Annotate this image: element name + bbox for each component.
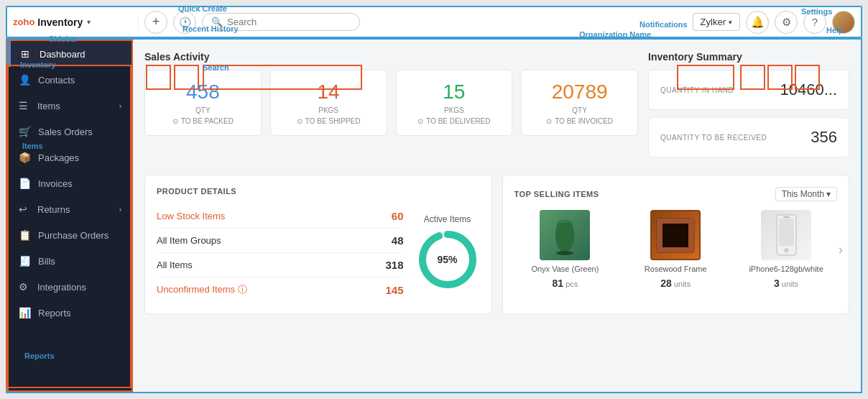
items-icon: ☰ bbox=[19, 100, 30, 111]
sales-activity-section: Sales Activity 458 Qty ⊙ TO BE PACKED 14… bbox=[144, 51, 638, 165]
org-name-button[interactable]: Zylker ▾ bbox=[693, 13, 740, 31]
product-units-label-2: units bbox=[674, 280, 691, 288]
item-groups-value: 48 bbox=[392, 234, 404, 247]
invoiced-unit: Qty bbox=[572, 106, 587, 114]
product-units-3: 3 bbox=[774, 278, 780, 289]
product-name-2: Rosewood Frame bbox=[645, 265, 707, 273]
search-input[interactable] bbox=[227, 17, 342, 27]
product-details-content: Low Stock Items 60 All Item Groups 48 Al… bbox=[157, 204, 480, 302]
sidebar-item-dashboard[interactable]: ⊞ Dashboard bbox=[9, 41, 131, 67]
product-units-label-1: pcs bbox=[565, 280, 578, 288]
returns-arrow-icon: › bbox=[119, 206, 121, 214]
low-stock-value: 60 bbox=[392, 210, 404, 222]
phone-svg bbox=[774, 214, 799, 257]
next-arrow-button[interactable]: › bbox=[839, 242, 843, 257]
all-items-label: All Items bbox=[157, 260, 385, 270]
shipped-value: 14 bbox=[318, 81, 340, 104]
search-container: 🔍 bbox=[202, 13, 360, 31]
all-items-value: 318 bbox=[385, 259, 403, 271]
integrations-icon: ⚙ bbox=[19, 281, 30, 293]
returns-icon: ↩ bbox=[19, 203, 30, 215]
active-items-donut: Active Items 95% bbox=[415, 214, 480, 292]
sidebar-item-contacts[interactable]: 👤 Contacts bbox=[9, 67, 131, 93]
avatar-image bbox=[833, 11, 854, 34]
top-bar: zoho Inventory ▾ + 🕐 🔍 Zylker ▾ 🔔 ⚙ ? bbox=[6, 6, 862, 38]
sidebar-item-items[interactable]: ☰ Items › bbox=[9, 93, 131, 119]
stat-card-delivered: 15 Pkgs ⊙ TO BE DELIVERED bbox=[396, 70, 513, 136]
recent-history-button[interactable]: 🕐 bbox=[173, 11, 196, 34]
quick-create-button[interactable]: + bbox=[144, 11, 167, 34]
vase-svg bbox=[550, 216, 579, 255]
unconfirmed-label[interactable]: Unconfirmed Items ⓘ bbox=[157, 283, 385, 296]
inventory-summary-section: Inventory Summary QUANTITY IN HAND 10460… bbox=[648, 51, 849, 165]
sidebar-item-packages[interactable]: 📦 Packages bbox=[9, 145, 131, 170]
sidebar-item-label: Invoices bbox=[38, 178, 73, 189]
sidebar: ⊞ Dashboard 👤 Contacts ☰ Items › 🛒 Sales… bbox=[7, 40, 133, 392]
svg-rect-5 bbox=[662, 223, 688, 248]
period-caret-icon: ▾ bbox=[826, 189, 831, 199]
sidebar-item-label: Purchase Orders bbox=[38, 230, 108, 241]
zoho-logo: zoho bbox=[13, 17, 34, 27]
product-rows: Low Stock Items 60 All Item Groups 48 Al… bbox=[157, 204, 404, 302]
row-1: Sales Activity 458 Qty ⊙ TO BE PACKED 14… bbox=[144, 51, 849, 165]
stat-card-invoiced: 20789 Qty ⊙ TO BE INVOICED bbox=[521, 70, 638, 136]
top-selling-section: TOP SELLING ITEMS This Month ▾ bbox=[502, 175, 850, 314]
sidebar-item-integrations[interactable]: ⚙ Integrations bbox=[9, 274, 131, 300]
logo-area[interactable]: zoho Inventory ▾ bbox=[13, 17, 139, 28]
settings-button[interactable]: ⚙ bbox=[775, 11, 798, 34]
sales-activity-title: Sales Activity bbox=[144, 51, 638, 63]
inventory-logo: Inventory bbox=[37, 17, 83, 28]
donut-chart: 95% bbox=[415, 227, 480, 292]
items-arrow-icon: › bbox=[119, 102, 121, 110]
product-units-label-3: units bbox=[782, 280, 798, 288]
sidebar-item-sales-orders[interactable]: 🛒 Sales Orders bbox=[9, 119, 131, 145]
delivered-value: 15 bbox=[443, 81, 465, 104]
invoices-icon: 📄 bbox=[19, 178, 31, 189]
avatar[interactable] bbox=[832, 11, 855, 34]
period-selector[interactable]: This Month ▾ bbox=[775, 187, 837, 201]
sidebar-item-purchase-orders[interactable]: 📋 Purchase Orders bbox=[9, 222, 131, 248]
product-thumb-vase bbox=[540, 210, 590, 260]
product-row-item-groups: All Item Groups 48 bbox=[157, 229, 404, 253]
packed-unit: Qty bbox=[195, 106, 211, 114]
svg-point-12 bbox=[784, 248, 788, 252]
help-button[interactable]: ? bbox=[803, 11, 826, 34]
sidebar-item-label: Contacts bbox=[38, 75, 75, 86]
top-bar-right: Zylker ▾ 🔔 ⚙ ? bbox=[693, 11, 855, 34]
top-selling-item-3: iPhone6-128gb/white 3 units bbox=[735, 210, 837, 289]
sales-orders-icon: 🛒 bbox=[19, 126, 31, 137]
qty-to-receive-value: 356 bbox=[811, 128, 837, 147]
product-units-row-3: 3 units bbox=[774, 278, 798, 289]
stat-card-packed: 458 Qty ⊙ TO BE PACKED bbox=[144, 70, 262, 136]
stat-card-shipped: 14 Pkgs ⊙ TO BE SHIPPED bbox=[270, 70, 387, 136]
product-row-all-items: All Items 318 bbox=[157, 253, 404, 278]
sidebar-item-returns[interactable]: ↩ Returns › bbox=[9, 196, 131, 222]
qty-in-hand-card: QUANTITY IN HAND 10460... bbox=[648, 70, 849, 110]
sidebar-item-label: Reports bbox=[38, 308, 71, 318]
low-stock-label[interactable]: Low Stock Items bbox=[157, 211, 392, 221]
inventory-summary-title: Inventory Summary bbox=[648, 51, 849, 63]
donut-percent: 95% bbox=[437, 254, 457, 265]
item-groups-label: All Item Groups bbox=[157, 235, 392, 246]
top-selling-title: TOP SELLING ITEMS bbox=[514, 190, 599, 198]
sidebar-item-invoices[interactable]: 📄 Invoices bbox=[9, 170, 131, 196]
sidebar-item-bills[interactable]: 🧾 Bills bbox=[9, 248, 131, 274]
svg-rect-9 bbox=[688, 219, 694, 252]
product-units-2: 28 bbox=[660, 278, 672, 289]
frame-svg bbox=[654, 216, 697, 255]
svg-point-3 bbox=[556, 251, 573, 255]
top-selling-item-2: Rosewood Frame 28 units bbox=[624, 210, 726, 289]
sales-activity-cards: 458 Qty ⊙ TO BE PACKED 14 Pkgs ⊙ TO BE S… bbox=[144, 70, 638, 136]
product-units-row-1: 81 pcs bbox=[553, 278, 578, 289]
svg-rect-13 bbox=[783, 216, 790, 218]
sidebar-item-label: Integrations bbox=[37, 282, 86, 293]
unconfirmed-value: 145 bbox=[385, 284, 403, 296]
sidebar-item-label: Dashboard bbox=[40, 49, 86, 60]
shipped-sub: ⊙ TO BE SHIPPED bbox=[297, 117, 361, 125]
dashboard-icon: ⊞ bbox=[21, 48, 32, 60]
qty-to-receive-label: QUANTITY TO BE RECEIVED bbox=[660, 134, 767, 142]
notifications-button[interactable]: 🔔 bbox=[746, 11, 769, 34]
sidebar-item-reports[interactable]: 📊 Reports bbox=[9, 300, 131, 326]
packed-value: 458 bbox=[186, 81, 220, 104]
org-name-text: Zylker bbox=[701, 17, 726, 27]
